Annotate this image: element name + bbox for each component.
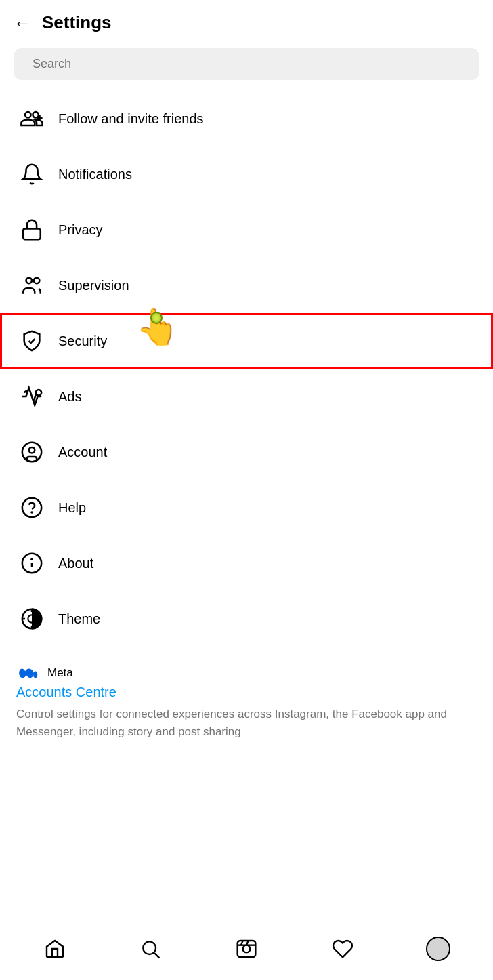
shield-icon xyxy=(16,325,47,356)
svg-point-8 xyxy=(22,443,41,462)
theme-icon xyxy=(16,603,47,634)
info-icon xyxy=(16,548,47,579)
nav-search[interactable] xyxy=(130,934,171,964)
svg-line-23 xyxy=(154,953,159,958)
menu-label-about: About xyxy=(58,556,93,571)
nav-activity[interactable] xyxy=(322,934,363,964)
menu-item-account[interactable]: Account xyxy=(0,424,493,480)
menu-item-help[interactable]: Help xyxy=(0,480,493,535)
svg-point-6 xyxy=(34,278,40,284)
profile-avatar xyxy=(426,937,450,961)
menu-label-notifications: Notifications xyxy=(58,167,132,182)
menu-item-notifications[interactable]: Notifications xyxy=(0,146,493,202)
back-button[interactable]: ← xyxy=(14,14,31,32)
header: ← Settings xyxy=(0,0,493,43)
account-icon xyxy=(16,436,47,468)
menu-item-theme[interactable]: Theme xyxy=(0,591,493,647)
menu-label-follow: Follow and invite friends xyxy=(58,111,204,127)
svg-point-25 xyxy=(243,945,251,953)
menu-item-about[interactable]: About xyxy=(0,535,493,591)
menu-label-supervision: Supervision xyxy=(58,278,129,293)
svg-point-22 xyxy=(144,941,156,954)
nav-reels[interactable] xyxy=(226,934,267,964)
menu-label-security: Security xyxy=(58,333,107,349)
svg-point-5 xyxy=(26,278,33,284)
add-person-icon xyxy=(16,103,47,134)
settings-menu: Follow and invite friends Notifications … xyxy=(0,91,493,647)
accounts-centre-link[interactable]: Accounts Centre xyxy=(16,685,477,700)
meta-wordmark: Meta xyxy=(47,666,73,680)
menu-item-security[interactable]: Security 👆 xyxy=(0,313,493,369)
menu-item-follow[interactable]: Follow and invite friends xyxy=(0,91,493,146)
nav-home[interactable] xyxy=(35,934,75,964)
meta-section: Meta Accounts Centre Control settings fo… xyxy=(0,647,493,751)
menu-label-privacy: Privacy xyxy=(58,222,103,238)
nav-profile[interactable] xyxy=(418,934,458,964)
menu-label-theme: Theme xyxy=(58,611,100,627)
lock-icon xyxy=(16,214,47,245)
meta-logo-icon xyxy=(16,666,41,680)
bell-icon xyxy=(16,159,47,190)
menu-label-ads: Ads xyxy=(58,389,81,405)
ads-icon xyxy=(16,381,47,412)
bottom-navigation xyxy=(0,924,493,980)
menu-label-account: Account xyxy=(58,445,107,460)
svg-point-21 xyxy=(33,672,37,678)
supervision-icon xyxy=(16,270,47,301)
menu-item-ads[interactable]: Ads xyxy=(0,369,493,424)
menu-item-privacy[interactable]: Privacy xyxy=(0,202,493,258)
help-icon xyxy=(16,492,47,523)
menu-item-supervision[interactable]: Supervision xyxy=(0,258,493,313)
search-bar[interactable] xyxy=(14,48,479,80)
svg-point-9 xyxy=(29,447,35,453)
meta-description: Control settings for connected experienc… xyxy=(16,706,477,740)
menu-label-help: Help xyxy=(58,500,86,516)
search-input[interactable] xyxy=(33,57,469,71)
page-title: Settings xyxy=(42,12,112,33)
svg-rect-4 xyxy=(23,229,41,240)
meta-logo-row: Meta xyxy=(16,666,477,680)
svg-point-10 xyxy=(22,498,41,517)
